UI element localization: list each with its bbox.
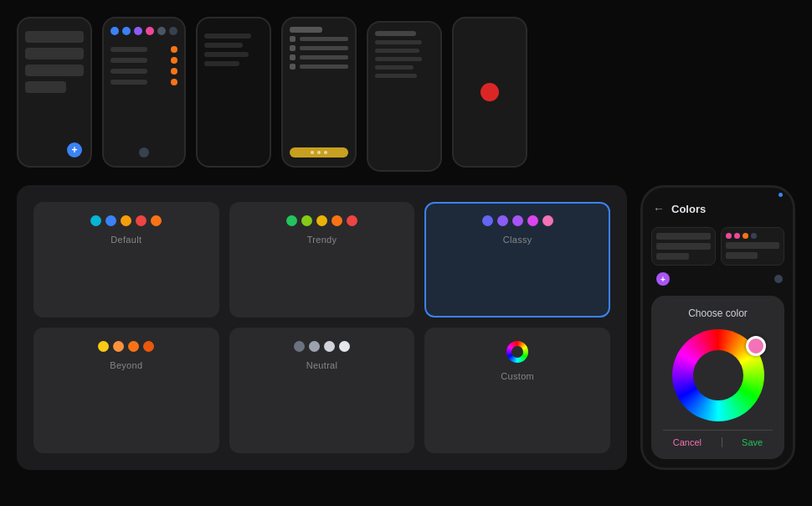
phone-plus-button[interactable]: +: [656, 272, 670, 286]
dot: [497, 215, 508, 226]
bottom-dot: [139, 147, 149, 157]
phone-mockup-1: +: [17, 17, 92, 168]
save-button[interactable]: Save: [742, 437, 763, 447]
color-themes-panel: Default Trendy Classy: [17, 185, 627, 470]
dot: [169, 27, 177, 35]
theme-label-classy: Classy: [503, 235, 532, 245]
trendy-dots: [286, 215, 357, 226]
color-picker-panel: Choose color Cancel Save: [651, 296, 784, 459]
picker-title: Choose color: [663, 307, 773, 319]
phone-mockup-5: [367, 21, 442, 172]
theme-card-trendy[interactable]: Trendy: [229, 202, 415, 318]
item-indicator: [171, 68, 177, 75]
beyond-dots: [98, 341, 154, 352]
phone-mockup-4: [281, 17, 357, 168]
theme-label-default: Default: [110, 235, 141, 245]
dot: [121, 215, 131, 226]
phone1-bars: [25, 31, 84, 93]
cancel-button[interactable]: Cancel: [673, 437, 702, 447]
mini-bar: [726, 242, 780, 249]
dot: [301, 215, 312, 226]
picker-actions: Cancel Save: [663, 430, 773, 447]
phone-content: + Choose color Cancel Save: [643, 222, 793, 467]
mini-phones-row: [651, 227, 784, 266]
item-indicator: [171, 79, 177, 85]
dot: [309, 341, 320, 352]
dot: [90, 215, 101, 226]
dot: [105, 215, 116, 226]
top-phones-section: +: [0, 0, 812, 185]
list-item: [110, 46, 177, 53]
dot: [324, 341, 335, 352]
dot: [110, 27, 119, 35]
back-arrow-icon[interactable]: ←: [653, 202, 665, 215]
mini-bar: [656, 233, 711, 240]
color-selector-handle[interactable]: [746, 336, 766, 356]
dot: [136, 215, 146, 226]
theme-label-custom: Custom: [501, 371, 534, 381]
red-dot-indicator: [481, 83, 499, 101]
item-text: [110, 80, 147, 85]
phone-title: Colors: [671, 203, 706, 215]
list-item: [110, 57, 177, 64]
phone-mockup-3: [196, 17, 271, 168]
list-item: [110, 79, 177, 85]
default-dots: [90, 215, 162, 226]
dot: [331, 215, 342, 226]
mini-phone-2: [721, 227, 785, 266]
theme-label-trendy: Trendy: [307, 235, 337, 245]
dot: [316, 215, 327, 226]
bar: [25, 81, 66, 93]
phone-nav-dot: [774, 275, 783, 283]
dot: [157, 27, 166, 35]
mini-dots: [726, 233, 780, 239]
phone2-list: [110, 46, 177, 85]
dot: [482, 215, 493, 226]
theme-card-default[interactable]: Default: [33, 202, 219, 318]
theme-card-custom[interactable]: Custom: [424, 328, 610, 454]
dot: [122, 27, 131, 35]
item-text: [110, 69, 147, 74]
mini-dot: [743, 233, 748, 239]
item-text: [110, 47, 147, 52]
phone-mockup-2: [102, 17, 186, 168]
dot: [113, 341, 124, 352]
item-indicator: [171, 46, 177, 53]
dot: [146, 27, 154, 35]
mini-bar: [726, 252, 758, 259]
classy-dots: [482, 215, 553, 226]
dot: [128, 341, 139, 352]
dot: [98, 341, 109, 352]
dot: [542, 215, 553, 226]
mini-dot: [751, 233, 757, 239]
dot: [134, 27, 142, 35]
dot: [286, 215, 297, 226]
bar: [25, 31, 84, 43]
large-phone-mockup: ← Colors: [640, 185, 795, 470]
mini-dot: [726, 233, 732, 239]
bar: [25, 48, 84, 59]
dot: [143, 341, 154, 352]
dot: [347, 215, 357, 226]
theme-label-neutral: Neutral: [306, 360, 338, 370]
dot: [512, 215, 523, 226]
theme-label-beyond: Beyond: [110, 360, 142, 370]
dot: [339, 341, 350, 352]
list-item: [110, 68, 177, 75]
status-bar: [643, 188, 793, 199]
mini-bar: [656, 253, 689, 260]
dot: [151, 215, 162, 226]
phone-mockup-6: [452, 17, 527, 168]
phone2-dots: [110, 27, 177, 35]
status-dot: [779, 193, 783, 197]
item-indicator: [171, 57, 177, 64]
custom-color-icon: [506, 341, 528, 363]
mini-bar: [656, 243, 711, 250]
dot: [294, 341, 305, 352]
bottom-section: Default Trendy Classy: [0, 185, 812, 470]
theme-card-neutral[interactable]: Neutral: [229, 328, 415, 454]
theme-card-classy[interactable]: Classy: [424, 202, 610, 318]
mini-phone-1: [651, 227, 716, 266]
plus-button[interactable]: +: [67, 142, 82, 157]
theme-card-beyond[interactable]: Beyond: [33, 328, 219, 454]
